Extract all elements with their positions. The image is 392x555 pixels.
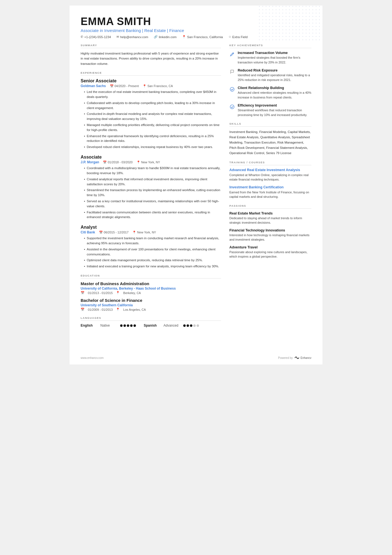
job-bullets-1: Led the execution of real estate investm… <box>81 90 221 150</box>
contact-location: 📍 San Francisco, California <box>182 35 223 39</box>
summary-label: SUMMARY <box>81 44 221 48</box>
achievement-title-2: Reduced Risk Exposure <box>238 68 311 72</box>
skills-text: Investment Banking, Financial Modeling, … <box>229 129 311 156</box>
check-icon-2 <box>229 104 235 110</box>
experience-label: EXPERIENCE <box>81 71 221 76</box>
job-title-2: Associate <box>81 155 221 160</box>
achievement-2: Reduced Risk Exposure Identified and mit… <box>229 68 311 82</box>
bullet-3-1: Assisted in the development of over 100 … <box>84 247 221 257</box>
training-label: TRAINING / COURSES <box>229 161 311 165</box>
training-title-1: Advanced Real Estate Investment Analysis <box>229 168 311 172</box>
dot-sp-1 <box>183 324 186 327</box>
edu-bsf: Bachelor of Science in Finance Universit… <box>81 298 221 311</box>
achievement-desc-1: Implemented strategies that boosted the … <box>238 55 311 65</box>
achievement-desc-3: Advanced client retention strategies res… <box>238 90 311 100</box>
passion-1: Real Estate Market Trends Dedicated to s… <box>229 211 311 225</box>
job-location-1: 📍 San Francisco, CA <box>143 84 173 88</box>
dot-en-4 <box>130 324 133 327</box>
pin-icon-edu2: 📍 <box>116 308 120 311</box>
cal-icon-edu1: 📅 <box>81 291 85 295</box>
job-date-2: 📅 01/2018 - 03/2020 <box>103 161 132 164</box>
contact-linkedin: 🔗 linkedin.com <box>154 35 177 39</box>
language-english: English Native Spanish Advanced <box>81 324 221 327</box>
link-icon: 🔗 <box>154 35 158 39</box>
job-company-1: Goldman Sachs <box>81 84 106 88</box>
cal-icon-edu2: 📅 <box>81 308 85 311</box>
achievement-content-2: Reduced Risk Exposure Identified and mit… <box>238 68 311 82</box>
job-meta-3: Citi Bank 📅 06/2015 - 12/2017 📍 New York… <box>81 230 221 234</box>
passion-desc-2: Interested in how technology is reshapin… <box>229 233 311 242</box>
edu-meta-2: 📅 01/2009 - 01/2013 📍 Los Angeles, CA <box>81 308 221 311</box>
calendar-icon-3: 📅 <box>99 231 103 234</box>
email-icon: ✉ <box>116 35 119 39</box>
pencil-icon <box>229 51 235 57</box>
achievement-desc-4: Streamlined workflows that reduced trans… <box>238 108 311 117</box>
job-title-3: Analyst <box>81 225 221 230</box>
svg-point-3 <box>230 87 234 91</box>
passion-title-3: Adventure Travel <box>229 245 311 249</box>
passion-3: Adventure Travel Passionate about explor… <box>229 245 311 259</box>
location-icon: 📍 <box>182 35 186 39</box>
enhancv-logo: Enhancv <box>294 356 311 359</box>
pin-icon-3: 📍 <box>132 231 136 234</box>
dot-en-1 <box>120 324 123 327</box>
passion-desc-3: Passionate about exploring new cultures … <box>229 250 311 259</box>
svg-point-4 <box>230 105 234 109</box>
training-2: Investment Banking Certification Earned … <box>229 185 311 199</box>
bullet-2-3: Served as a key contact for institutiona… <box>84 199 221 209</box>
bullet-1-3: Managed multiple conflicting priorities … <box>84 123 221 133</box>
contact-extra: ☆ Extra Field <box>229 35 248 39</box>
left-column: SUMMARY Highly motivated investment bank… <box>81 44 221 332</box>
job-bullets-2: Coordinated with a multidisciplinary tea… <box>81 166 221 220</box>
degree-1: Master of Business Administration <box>81 281 221 286</box>
achievement-content-1: Increased Transaction Volume Implemented… <box>238 51 311 65</box>
training-section: TRAINING / COURSES Advanced Real Estate … <box>229 161 311 199</box>
calendar-icon-2: 📅 <box>103 161 107 164</box>
bullet-3-0: Supported the investment banking team in… <box>84 236 221 246</box>
school-2: University of Southern California <box>81 303 221 307</box>
contact-phone: ✆ +1-(234)-555-1234 <box>81 35 111 39</box>
bullet-1-4: Enhanced the operational framework by id… <box>84 134 221 144</box>
contact-bar: ✆ +1-(234)-555-1234 ✉ help@enhancv.com 🔗… <box>81 35 311 39</box>
job-title-1: Senior Associate <box>81 78 221 83</box>
pin-icon-edu1: 📍 <box>116 291 120 295</box>
passions-section: PASSIONS Real Estate Market Trends Dedic… <box>229 204 311 259</box>
passion-title-2: Financial Technology Innovations <box>229 228 311 232</box>
achievement-title-3: Client Relationship Building <box>238 86 311 90</box>
summary-section: SUMMARY Highly motivated investment bank… <box>81 44 221 66</box>
bullet-1-1: Collaborated with analysts to develop co… <box>84 101 221 111</box>
job-meta-1: Goldman Sachs 📅 04/2020 - Present 📍 San … <box>81 84 221 88</box>
training-desc-2: Earned from the New York Institute of Fi… <box>229 190 311 199</box>
calendar-icon-1: 📅 <box>110 84 114 88</box>
pin-icon-1: 📍 <box>143 84 147 88</box>
languages-section: LANGUAGES English Native Spanish Advance… <box>81 316 221 327</box>
english-dots <box>120 324 136 327</box>
skills-label: SKILLS <box>229 122 311 127</box>
job-company-2: J.P. Morgan <box>81 160 99 164</box>
brand-name: Enhancv <box>301 356 311 359</box>
training-1: Advanced Real Estate Investment Analysis… <box>229 168 311 182</box>
dot-sp-2 <box>187 324 189 327</box>
passion-title-1: Real Estate Market Trends <box>229 211 311 215</box>
achievement-title-4: Efficiency Improvement <box>238 103 311 107</box>
bullet-2-0: Coordinated with a multidisciplinary tea… <box>84 166 221 176</box>
footer-website: www.enhancv.com <box>81 356 104 359</box>
passion-2: Financial Technology Innovations Interes… <box>229 228 311 242</box>
bullet-2-2: Streamlined the transaction process by i… <box>84 188 221 198</box>
dot-sp-4 <box>193 324 196 327</box>
bullet-3-3: Initiated and executed a training progra… <box>84 264 221 269</box>
footer-brand: Powered by Enhancv <box>278 356 311 359</box>
job-analyst: Analyst Citi Bank 📅 06/2015 - 12/2017 📍 … <box>81 225 221 269</box>
bullet-2-4: Facilitated seamless communication betwe… <box>84 210 221 220</box>
achievement-desc-2: Identified and mitigated operational ris… <box>238 73 311 82</box>
check-icon-1 <box>229 87 235 92</box>
bullet-1-2: Conducted in-depth financial modeling an… <box>84 112 221 122</box>
job-meta-2: J.P. Morgan 📅 01/2018 - 03/2020 📍 New Yo… <box>81 160 221 164</box>
powered-by-label: Powered by <box>278 356 293 359</box>
achievement-title-1: Increased Transaction Volume <box>238 51 311 55</box>
achievement-3: Client Relationship Building Advanced cl… <box>229 86 311 100</box>
achievement-1: Increased Transaction Volume Implemented… <box>229 51 311 65</box>
job-bullets-3: Supported the investment banking team in… <box>81 236 221 269</box>
bullet-3-2: Optimized client data management protoco… <box>84 258 221 263</box>
training-title-2: Investment Banking Certification <box>229 185 311 189</box>
